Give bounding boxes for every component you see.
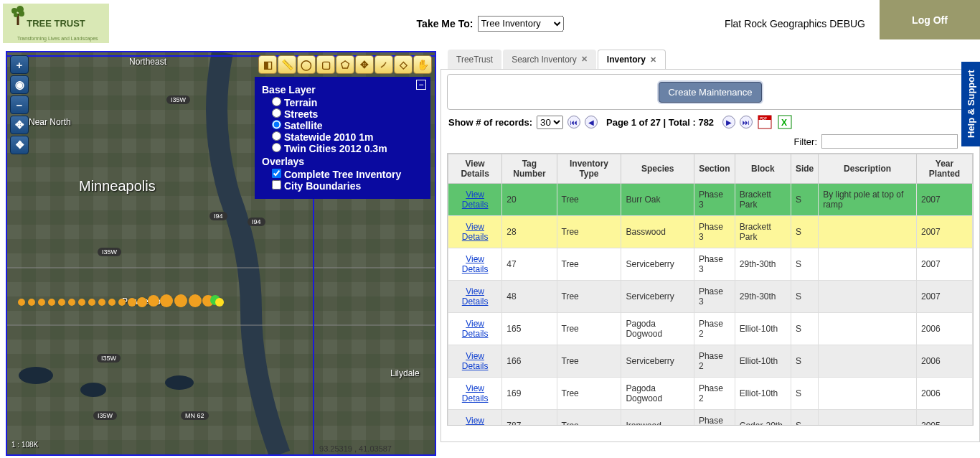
cell: S — [791, 281, 818, 313]
view-details-link[interactable]: View Details — [453, 254, 497, 274]
overlay-option[interactable]: City Boundaries — [262, 180, 423, 192]
column-header[interactable]: Year Planted — [916, 154, 972, 184]
view-details-link[interactable]: View Details — [453, 319, 497, 339]
next-page-button[interactable]: ▶ — [722, 116, 735, 128]
svg-point-11 — [165, 375, 194, 390]
base-layer-option[interactable]: Statewide 2010 1m — [262, 131, 423, 143]
cell: Phase 3 — [694, 248, 735, 281]
close-icon[interactable]: ✕ — [581, 55, 588, 64]
cell: Tree — [557, 216, 621, 248]
column-header[interactable]: Section — [694, 154, 735, 184]
tool-select[interactable]: ◧ — [258, 55, 277, 74]
logo: TREE TRUST Transforming Lives and Landsc… — [3, 4, 109, 43]
road-label: MN 62 — [181, 411, 209, 420]
table-row: View Details28TreeBasswoodPhase 3Bracket… — [448, 216, 973, 248]
tool-measure[interactable]: 📏 — [278, 55, 296, 74]
svg-point-21 — [88, 299, 95, 306]
cell: Tree — [557, 281, 621, 313]
svg-text:PDF: PDF — [760, 116, 767, 121]
tool-pan[interactable]: ✋ — [413, 55, 432, 74]
view-details-link[interactable]: View Details — [453, 286, 497, 307]
tool-polygon[interactable]: ⬠ — [336, 55, 354, 74]
svg-point-22 — [98, 299, 105, 306]
layer-collapse-button[interactable]: − — [416, 80, 426, 90]
view-details-link[interactable]: View Details — [453, 351, 497, 371]
cell: 2007 — [916, 248, 972, 281]
map-text-label: Northeast — [129, 57, 166, 67]
table-wrap[interactable]: View DetailsTag NumberInventory TypeSpec… — [447, 153, 974, 426]
tool-move[interactable]: ✥ — [355, 55, 374, 74]
pdf-icon[interactable]: PDF — [757, 114, 773, 130]
svg-point-16 — [38, 299, 45, 306]
base-layer-option[interactable]: Satellite — [262, 120, 423, 131]
tab-inventory[interactable]: Inventory✕ — [598, 50, 666, 69]
table-row: View Details165TreePagoda DogwoodPhase 2… — [448, 313, 973, 345]
svg-point-10 — [80, 383, 106, 397]
locate-button[interactable]: ✥ — [10, 116, 29, 134]
records-row: Show # of records: 30 ⏮ ◀ Page 1 of 27 |… — [448, 114, 972, 130]
column-header[interactable]: Block — [735, 154, 791, 184]
column-header[interactable]: Description — [819, 154, 917, 184]
cell: 29th-30th — [735, 281, 791, 313]
filter-input[interactable] — [821, 134, 958, 149]
road-label: I35W — [97, 354, 121, 363]
zoom-in-button[interactable]: + — [10, 55, 29, 74]
cell: Cedar-20th — [735, 410, 791, 426]
filter-label: Filter: — [794, 136, 818, 147]
help-support-tab[interactable]: Help & Support — [961, 62, 980, 146]
create-maintenance-button[interactable]: Create Maintenance — [659, 82, 761, 103]
tool-line[interactable]: ⟋ — [374, 55, 393, 74]
records-select[interactable]: 30 — [537, 116, 563, 129]
close-icon[interactable]: ✕ — [650, 55, 656, 65]
map-pane[interactable]: Minneapolis NortheastNear NorthPowderhor… — [6, 51, 436, 456]
svg-point-23 — [108, 299, 116, 306]
svg-point-20 — [78, 299, 85, 306]
view-details-link[interactable]: View Details — [453, 383, 497, 403]
layers-button[interactable]: ❖ — [10, 136, 29, 154]
base-layer-option[interactable]: Streets — [262, 108, 423, 120]
tool-erase[interactable]: ◇ — [394, 55, 413, 74]
tool-rect[interactable]: ▢ — [316, 55, 335, 74]
map-text-label: Lilydale — [390, 368, 420, 378]
cell: Phase 2 — [694, 378, 735, 410]
column-header[interactable]: View Details — [448, 154, 502, 184]
column-header[interactable]: Tag Number — [502, 154, 557, 184]
last-page-button[interactable]: ⏭ — [740, 116, 753, 128]
svg-point-9 — [19, 367, 53, 384]
tab-search-inventory[interactable]: Search Inventory✕ — [503, 50, 596, 69]
cell: Phase 2 — [694, 410, 735, 426]
cell: 28 — [502, 216, 557, 248]
tab-treetrust[interactable]: TreeTrust — [448, 50, 501, 69]
globe-button[interactable]: ◉ — [10, 75, 29, 94]
overlay-option[interactable]: Complete Tree Inventory — [262, 169, 423, 180]
svg-point-3 — [14, 13, 18, 17]
column-header[interactable]: Inventory Type — [557, 154, 621, 184]
logoff-button[interactable]: Log Off — [880, 0, 980, 39]
table-row: View Details166TreeServiceberryPhase 2El… — [448, 345, 973, 378]
cell — [819, 248, 917, 281]
zoom-out-button[interactable]: − — [10, 95, 29, 114]
tree-icon — [7, 5, 29, 27]
take-me-to-select[interactable]: Tree Inventory — [477, 16, 563, 32]
column-header[interactable]: Species — [621, 154, 694, 184]
tab-label: Inventory — [607, 55, 646, 65]
base-layer-option[interactable]: Terrain — [262, 97, 423, 108]
tool-circle[interactable]: ◯ — [297, 55, 316, 74]
prev-page-button[interactable]: ◀ — [585, 116, 598, 128]
table-row: View Details169TreePagoda DogwoodPhase 2… — [448, 378, 973, 410]
view-details-link[interactable]: View Details — [453, 416, 497, 426]
svg-point-19 — [68, 299, 75, 306]
excel-icon[interactable]: X — [777, 114, 793, 130]
svg-point-2 — [19, 11, 24, 17]
cell: Tree — [557, 248, 621, 281]
cell: Basswood — [621, 216, 694, 248]
first-page-button[interactable]: ⏮ — [567, 116, 580, 128]
view-details-link[interactable]: View Details — [453, 190, 497, 210]
filter-row: Filter: — [441, 134, 958, 149]
column-header[interactable]: Side — [791, 154, 818, 184]
view-details-link[interactable]: View Details — [453, 222, 497, 242]
cell: Phase 2 — [694, 345, 735, 378]
create-row: Create Maintenance — [447, 74, 974, 110]
logo-subtitle: Transforming Lives and Landscapes — [17, 36, 98, 41]
base-layer-option[interactable]: Twin Cities 2012 0.3m — [262, 143, 423, 154]
